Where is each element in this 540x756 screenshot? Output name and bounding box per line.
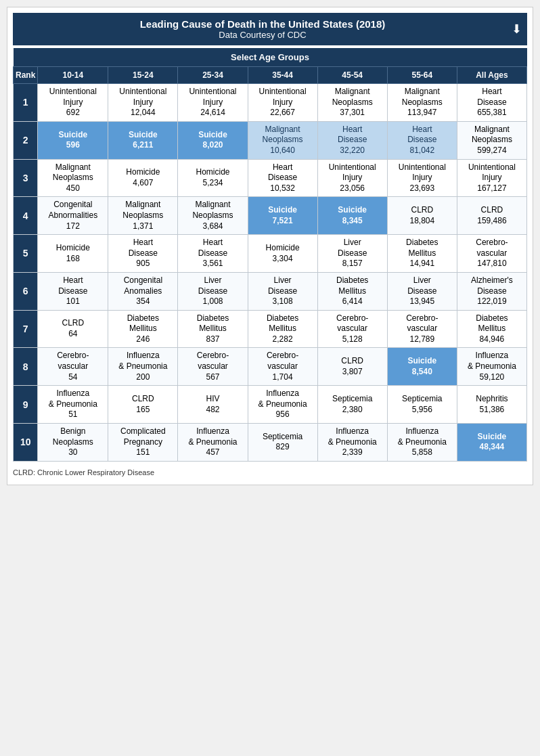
cell-row5-col6: DiabetesMellitus14,941 <box>387 235 457 273</box>
cell-row7-col6: Cerebro-vascular12,789 <box>387 310 457 348</box>
cell-row8-col4: Cerebro-vascular1,704 <box>248 348 317 386</box>
cell-row1-col7: HeartDisease655,381 <box>457 84 526 122</box>
col-header-25-34: 25-34 <box>178 67 248 84</box>
cell-row5-col2: HeartDisease905 <box>108 235 178 273</box>
table-row: 7CLRD64DiabetesMellitus246DiabetesMellit… <box>14 310 527 348</box>
chart-title: Leading Cause of Death in the United Sta… <box>18 18 507 30</box>
table-row: 2Suicide596Suicide6,211Suicide8,020Malig… <box>14 121 527 159</box>
cell-row3-col7: UnintentionalInjury167,127 <box>457 159 526 197</box>
cell-row2-col1: Suicide596 <box>38 121 108 159</box>
main-container: Leading Cause of Death in the United Sta… <box>7 7 533 485</box>
cell-row5-col4: Homicide3,304 <box>248 235 317 273</box>
cell-row1-col2: UnintentionalInjury12,044 <box>108 84 178 122</box>
cell-row3-col2: Homicide4,607 <box>108 159 178 197</box>
cell-row10-col1: BenignNeoplasms30 <box>38 424 108 462</box>
cell-row2-col4: MalignantNeoplasms10,640 <box>248 121 317 159</box>
cell-row4-col6: CLRD18,804 <box>387 197 457 235</box>
table-row: 5Homicide168HeartDisease905HeartDisease3… <box>14 235 527 273</box>
rank-cell-5: 5 <box>14 235 38 273</box>
cell-row6-col1: HeartDisease101 <box>38 272 108 310</box>
col-header-55-64: 55-64 <box>387 67 457 84</box>
cell-row4-col7: CLRD159,486 <box>457 197 526 235</box>
cell-row8-col3: Cerebro-vascular567 <box>178 348 248 386</box>
table-row: 3MalignantNeoplasms450Homicide4,607Homic… <box>14 159 527 197</box>
cell-row1-col4: UnintentionalInjury22,667 <box>248 84 317 122</box>
cell-row6-col3: LiverDisease1,008 <box>178 272 248 310</box>
cell-row10-col2: ComplicatedPregnancy151 <box>108 424 178 462</box>
cell-row9-col5: Septicemia2,380 <box>317 386 387 424</box>
rank-cell-7: 7 <box>14 310 38 348</box>
cell-row2-col3: Suicide8,020 <box>178 121 248 159</box>
cell-row6-col6: LiverDisease13,945 <box>387 272 457 310</box>
cell-row7-col5: Cerebro-vascular5,128 <box>317 310 387 348</box>
cell-row7-col2: DiabetesMellitus246 <box>108 310 178 348</box>
cell-row5-col5: LiverDisease8,157 <box>317 235 387 273</box>
cell-row8-col2: Influenza& Pneumonia200 <box>108 348 178 386</box>
cell-row2-col2: Suicide6,211 <box>108 121 178 159</box>
table-row: 9Influenza& Pneumonia51CLRD165HIV482Infl… <box>14 386 527 424</box>
cell-row10-col3: Influenza& Pneumonia457 <box>178 424 248 462</box>
cell-row2-col5: HeartDisease32,220 <box>317 121 387 159</box>
cell-row6-col4: LiverDisease3,108 <box>248 272 317 310</box>
cell-row3-col1: MalignantNeoplasms450 <box>38 159 108 197</box>
rank-cell-1: 1 <box>14 84 38 122</box>
rank-cell-6: 6 <box>14 272 38 310</box>
cell-row3-col3: Homicide5,234 <box>178 159 248 197</box>
cell-row5-col7: Cerebro-vascular147,810 <box>457 235 526 273</box>
col-header-all-ages: All Ages <box>457 67 526 84</box>
cell-row10-col6: Influenza& Pneumonia5,858 <box>387 424 457 462</box>
cell-row1-col5: MalignantNeoplasms37,301 <box>317 84 387 122</box>
cell-row1-col6: MalignantNeoplasms113,947 <box>387 84 457 122</box>
cell-row9-col1: Influenza& Pneumonia51 <box>38 386 108 424</box>
cell-row10-col4: Septicemia829 <box>248 424 317 462</box>
cell-row4-col2: MalignantNeoplasms1,371 <box>108 197 178 235</box>
col-header-10-14: 10-14 <box>38 67 108 84</box>
chart-subtitle: Data Courtesy of CDC <box>18 30 507 40</box>
cell-row9-col3: HIV482 <box>178 386 248 424</box>
cell-row5-col3: HeartDisease3,561 <box>178 235 248 273</box>
cell-row10-col7: Suicide48,344 <box>457 424 526 462</box>
cell-row9-col4: Influenza& Pneumonia956 <box>248 386 317 424</box>
cell-row8-col6: Suicide8,540 <box>387 348 457 386</box>
rank-cell-9: 9 <box>14 386 38 424</box>
cell-row8-col5: CLRD3,807 <box>317 348 387 386</box>
cell-row4-col3: MalignantNeoplasms3,684 <box>178 197 248 235</box>
age-group-header: Select Age Groups <box>14 48 527 67</box>
cell-row9-col2: CLRD165 <box>108 386 178 424</box>
cell-row3-col5: UnintentionalInjury23,056 <box>317 159 387 197</box>
rank-cell-10: 10 <box>14 424 38 462</box>
rank-cell-3: 3 <box>14 159 38 197</box>
table-row: 10BenignNeoplasms30ComplicatedPregnancy1… <box>14 424 527 462</box>
col-header-45-54: 45-54 <box>317 67 387 84</box>
download-icon[interactable]: ⬇ <box>512 22 522 37</box>
col-header-35-44: 35-44 <box>248 67 317 84</box>
title-box: Leading Cause of Death in the United Sta… <box>13 13 527 45</box>
cell-row6-col7: Alzheimer'sDisease122,019 <box>457 272 526 310</box>
cell-row4-col5: Suicide8,345 <box>317 197 387 235</box>
cell-row7-col3: DiabetesMellitus837 <box>178 310 248 348</box>
table-row: 4CongenitalAbnormalities172MalignantNeop… <box>14 197 527 235</box>
rank-cell-8: 8 <box>14 348 38 386</box>
cell-row3-col4: HeartDisease10,532 <box>248 159 317 197</box>
cell-row4-col4: Suicide7,521 <box>248 197 317 235</box>
cell-row8-col1: Cerebro-vascular54 <box>38 348 108 386</box>
rank-cell-4: 4 <box>14 197 38 235</box>
cell-row9-col7: Nephritis51,386 <box>457 386 526 424</box>
cell-row4-col1: CongenitalAbnormalities172 <box>38 197 108 235</box>
cell-row2-col7: MalignantNeoplasms599,274 <box>457 121 526 159</box>
cell-row1-col1: UnintentionalInjury692 <box>38 84 108 122</box>
footnote: CLRD: Chronic Lower Respiratory Disease <box>13 466 527 479</box>
cell-row5-col1: Homicide168 <box>38 235 108 273</box>
cell-row7-col1: CLRD64 <box>38 310 108 348</box>
data-table: Select Age Groups Rank10-1415-2425-3435-… <box>13 48 527 462</box>
table-row: 1UnintentionalInjury692UnintentionalInju… <box>14 84 527 122</box>
rank-col-header: Rank <box>14 67 38 84</box>
cell-row6-col5: DiabetesMellitus6,414 <box>317 272 387 310</box>
cell-row7-col4: DiabetesMellitus2,282 <box>248 310 317 348</box>
cell-row2-col6: HeartDisease81,042 <box>387 121 457 159</box>
table-row: 8Cerebro-vascular54Influenza& Pneumonia2… <box>14 348 527 386</box>
column-header-row: Rank10-1415-2425-3435-4445-5455-64All Ag… <box>14 67 527 84</box>
table-row: 6HeartDisease101CongenitalAnomalies354Li… <box>14 272 527 310</box>
cell-row9-col6: Septicemia5,956 <box>387 386 457 424</box>
cell-row10-col5: Influenza& Pneumonia2,339 <box>317 424 387 462</box>
